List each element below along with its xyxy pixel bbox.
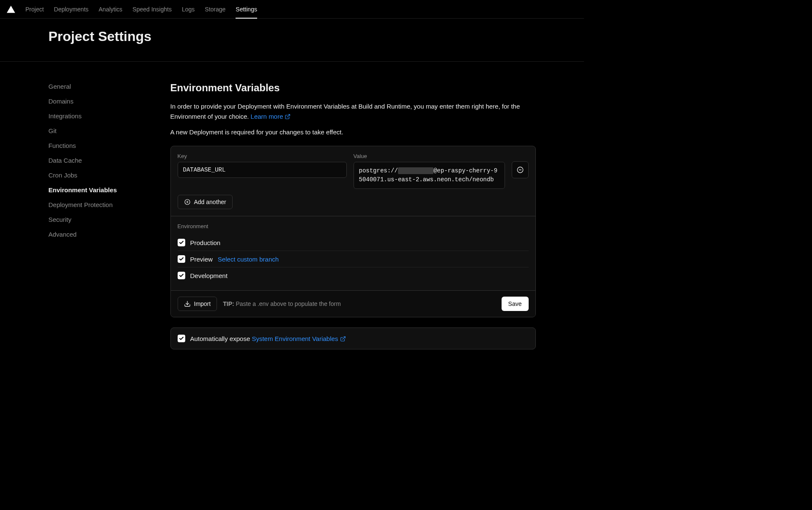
sidebar-item-label: Advanced	[49, 231, 77, 238]
tab-label: Logs	[182, 6, 195, 13]
value-label: Value	[354, 153, 505, 159]
check-icon	[179, 240, 184, 245]
system-env-vars-link[interactable]: System Environment Variables	[252, 335, 346, 342]
sidebar-item-label: Domains	[49, 98, 74, 105]
save-button[interactable]: Save	[502, 297, 529, 311]
top-nav-tabs: Project Deployments Analytics Speed Insi…	[25, 0, 257, 18]
learn-more-link[interactable]: Learn more	[251, 113, 291, 120]
sidebar-item-general[interactable]: General	[49, 82, 150, 91]
tab-label: Storage	[205, 6, 225, 13]
checkbox-auto-expose[interactable]	[178, 335, 185, 342]
value-input[interactable]: postgres://XXXXXXXXXX@ep-raspy-cherry-95…	[354, 162, 505, 189]
link-text: Select custom branch	[218, 256, 279, 263]
sidebar-item-security[interactable]: Security	[49, 215, 150, 224]
check-icon	[179, 256, 184, 262]
section-note: A new Deployment is required for your ch…	[170, 128, 536, 136]
page-title: Project Settings	[49, 29, 536, 44]
tab-label: Deployments	[54, 6, 89, 13]
checkbox-production[interactable]	[178, 239, 185, 246]
env-name: Preview	[190, 256, 213, 263]
environment-section: Environment Production Preview Select cu…	[171, 216, 535, 290]
select-custom-branch-link[interactable]: Select custom branch	[218, 256, 279, 263]
environment-label: Environment	[178, 223, 529, 229]
link-text: System Environment Variables	[252, 335, 338, 342]
sidebar-item-label: Functions	[49, 142, 76, 149]
expose-prefix: Automatically expose	[190, 335, 252, 342]
sidebar-item-data-cache[interactable]: Data Cache	[49, 156, 150, 165]
sidebar-item-label: Security	[49, 216, 71, 223]
svg-line-7	[342, 336, 345, 339]
sidebar-item-label: Environment Variables	[49, 186, 117, 194]
remove-row-button[interactable]	[512, 161, 529, 178]
section-description: In order to provide your Deployment with…	[170, 101, 536, 122]
top-nav: Project Deployments Analytics Speed Insi…	[0, 0, 584, 19]
button-label: Add another	[194, 199, 226, 205]
content: Environment Variables In order to provid…	[170, 82, 536, 349]
main: General Domains Integrations Git Functio…	[38, 62, 546, 366]
kv-section: Key Value postgres://XXXXXXXXXX@ep-raspy…	[171, 146, 535, 216]
sidebar-item-cron-jobs[interactable]: Cron Jobs	[49, 171, 150, 180]
expose-text: Automatically expose System Environment …	[190, 335, 346, 342]
tab-label: Speed Insights	[132, 6, 172, 13]
sidebar-item-domains[interactable]: Domains	[49, 97, 150, 106]
kv-row: Key Value postgres://XXXXXXXXXX@ep-raspy…	[178, 153, 529, 189]
sidebar-item-deployment-protection[interactable]: Deployment Protection	[49, 200, 150, 209]
sidebar-item-label: Integrations	[49, 112, 82, 120]
value-prefix: postgres://	[359, 167, 398, 174]
env-name: Production	[190, 239, 221, 246]
value-column: Value postgres://XXXXXXXXXX@ep-raspy-che…	[354, 153, 505, 189]
tab-speed-insights[interactable]: Speed Insights	[132, 0, 172, 18]
tip-body: Paste a .env above to populate the form	[236, 300, 341, 307]
tab-label: Project	[25, 6, 44, 13]
value-redacted: XXXXXXXXXX	[398, 167, 433, 174]
logo[interactable]	[7, 5, 15, 13]
svg-line-0	[287, 115, 290, 117]
footer-left: Import TIP: Paste a .env above to popula…	[178, 297, 341, 311]
checkbox-development[interactable]	[178, 272, 185, 279]
key-input[interactable]	[178, 162, 347, 178]
sidebar-item-environment-variables[interactable]: Environment Variables	[49, 185, 150, 194]
tab-storage[interactable]: Storage	[205, 0, 225, 18]
tab-settings[interactable]: Settings	[236, 0, 257, 18]
sidebar-item-label: General	[49, 83, 71, 90]
sidebar-item-label: Cron Jobs	[49, 172, 77, 179]
env-row-development: Development	[178, 267, 529, 284]
tab-analytics[interactable]: Analytics	[99, 0, 122, 18]
download-icon	[184, 300, 191, 307]
sidebar-item-advanced[interactable]: Advanced	[49, 230, 150, 239]
button-label: Import	[194, 300, 211, 307]
tab-logs[interactable]: Logs	[182, 0, 195, 18]
key-label: Key	[178, 153, 347, 159]
sidebar-item-label: Deployment Protection	[49, 201, 113, 208]
external-link-icon	[285, 114, 291, 120]
tab-label: Settings	[236, 6, 257, 13]
settings-sidebar: General Domains Integrations Git Functio…	[49, 82, 150, 349]
tip: TIP: Paste a .env above to populate the …	[223, 300, 341, 307]
tab-label: Analytics	[99, 6, 122, 13]
checkbox-preview[interactable]	[178, 255, 185, 263]
plus-circle-icon	[184, 199, 191, 205]
vercel-logo-icon	[7, 5, 15, 13]
add-another-button[interactable]: Add another	[178, 195, 233, 209]
section-title: Environment Variables	[170, 82, 536, 94]
env-row-preview: Preview Select custom branch	[178, 251, 529, 267]
check-icon	[179, 336, 184, 341]
external-link-icon	[340, 336, 346, 342]
sidebar-item-functions[interactable]: Functions	[49, 141, 150, 150]
key-column: Key	[178, 153, 347, 178]
sidebar-item-git[interactable]: Git	[49, 126, 150, 135]
import-button[interactable]: Import	[178, 297, 217, 311]
sidebar-item-integrations[interactable]: Integrations	[49, 112, 150, 120]
env-name: Development	[190, 272, 228, 279]
tab-project[interactable]: Project	[25, 0, 44, 18]
env-var-card: Key Value postgres://XXXXXXXXXX@ep-raspy…	[170, 146, 536, 317]
sidebar-item-label: Git	[49, 127, 57, 134]
check-icon	[179, 273, 184, 278]
env-row-production: Production	[178, 235, 529, 251]
tab-deployments[interactable]: Deployments	[54, 0, 89, 18]
expose-card: Automatically expose System Environment …	[170, 327, 536, 349]
link-text: Learn more	[251, 113, 283, 120]
tip-label: TIP:	[223, 300, 234, 307]
button-label: Save	[508, 300, 522, 307]
page-header: Project Settings	[0, 19, 584, 62]
